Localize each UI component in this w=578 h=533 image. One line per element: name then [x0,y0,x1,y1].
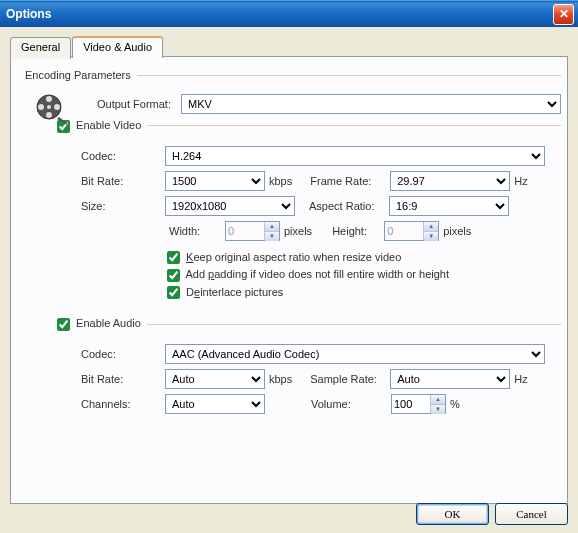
channels-label: Channels: [81,398,165,410]
svg-point-1 [46,96,52,102]
video-codec-select[interactable]: H.264 [165,146,545,166]
video-size-select[interactable]: 1920x1080 [165,196,295,216]
height-label: Height: [328,225,384,237]
spinner-down-icon[interactable]: ▼ [431,405,445,414]
cancel-button[interactable]: Cancel [495,503,568,525]
volume-label: Volume: [311,398,391,410]
titlebar: Options ✕ [0,0,578,27]
spinner-up-icon[interactable]: ▲ [265,222,279,232]
svg-point-2 [54,104,60,110]
video-framerate-unit: Hz [510,175,527,187]
add-padding-label[interactable]: Add padding if video does not fill entir… [185,268,449,280]
button-row: OK Cancel [416,503,568,525]
svg-point-5 [47,105,51,109]
add-padding-checkbox[interactable] [167,269,180,282]
height-input [385,222,423,240]
volume-input[interactable] [392,395,430,413]
encoding-parameters-legend: Encoding Parameters [25,69,137,81]
svg-point-3 [46,112,52,118]
svg-point-4 [38,104,44,110]
volume-spinner[interactable]: ▲▼ [391,394,446,414]
deinterlace-label[interactable]: Deinterlace pictures [186,286,283,298]
spinner-down-icon[interactable]: ▼ [265,232,279,241]
video-framerate-select[interactable]: 29.97 [390,171,510,191]
video-bitrate-unit: kbps [265,175,292,187]
video-bitrate-select[interactable]: 1500 [165,171,265,191]
output-format-select[interactable]: MKV [181,94,561,114]
deinterlace-checkbox[interactable] [167,286,180,299]
width-unit: pixels [280,225,312,237]
ok-button[interactable]: OK [416,503,489,525]
film-reel-icon [35,93,67,125]
sample-rate-select[interactable]: Auto [390,369,510,389]
client-area: General Video & Audio Encoding Parameter… [0,27,578,533]
audio-bitrate-unit: kbps [265,373,292,385]
video-codec-label: Codec: [81,150,165,162]
enable-audio-group: Enable Audio Codec: AAC (Advanced Audio … [57,317,561,423]
video-framerate-label: Frame Rate: [310,175,390,187]
sample-rate-label: Sample Rate: [310,373,390,385]
sample-rate-unit: Hz [510,373,527,385]
width-input [226,222,264,240]
enable-video-legend: Enable Video [57,119,147,133]
audio-codec-label: Codec: [81,348,165,360]
height-spinner[interactable]: ▲▼ [384,221,439,241]
spinner-up-icon[interactable]: ▲ [431,395,445,405]
tab-general[interactable]: General [10,37,71,59]
channels-select[interactable]: Auto [165,394,265,414]
audio-bitrate-label: Bit Rate: [81,373,165,385]
spinner-down-icon[interactable]: ▼ [424,232,438,241]
keep-aspect-checkbox[interactable] [167,251,180,264]
window-title: Options [6,7,553,21]
enable-audio-checkbox[interactable] [57,318,70,331]
tab-strip: General Video & Audio [10,35,568,57]
aspect-ratio-select[interactable]: 16:9 [389,196,509,216]
aspect-ratio-label: Aspect Ratio: [309,200,389,212]
spinner-up-icon[interactable]: ▲ [424,222,438,232]
tab-video-audio[interactable]: Video & Audio [72,36,163,58]
output-format-label: Output Format: [97,98,181,110]
audio-bitrate-select[interactable]: Auto [165,369,265,389]
height-unit: pixels [439,225,471,237]
tab-page-video-audio: Encoding Parameters Output Format: MKV [10,56,568,504]
width-spinner[interactable]: ▲▼ [225,221,280,241]
close-button[interactable]: ✕ [553,4,574,25]
keep-aspect-label[interactable]: Keep original aspect ratio when resize v… [186,251,401,263]
width-label: Width: [169,225,225,237]
volume-unit: % [446,398,460,410]
enable-video-group: Enable Video Codec: H.264 Bit Rate: 1500… [57,119,561,313]
audio-codec-select[interactable]: AAC (Advanced Audio Codec) [165,344,545,364]
video-size-label: Size: [81,200,165,212]
encoding-parameters-group: Encoding Parameters Output Format: MKV [25,69,561,431]
enable-audio-legend: Enable Audio [57,317,147,331]
video-bitrate-label: Bit Rate: [81,175,165,187]
